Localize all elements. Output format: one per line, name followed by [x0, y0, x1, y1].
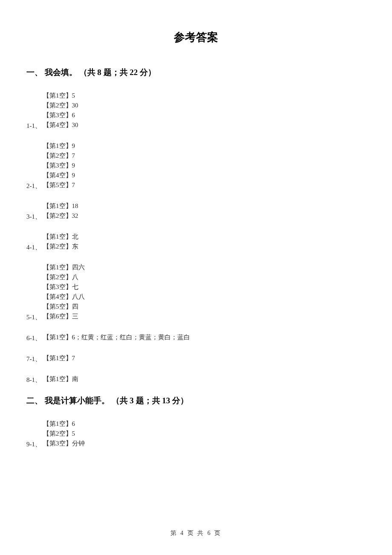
answer-line: 【第3空】分钟: [26, 439, 366, 448]
page-title: 参考答案: [0, 0, 392, 62]
group-label: 3-1、: [26, 213, 41, 221]
group-label: 2-1、: [26, 182, 41, 190]
answer-line: 【第5空】7: [26, 180, 366, 190]
answer-line: 【第1空】四六: [26, 263, 366, 272]
answer-group-5: 【第1空】四六 【第2空】八 【第3空】七 【第4空】八八 【第5空】四 【第6…: [26, 263, 366, 321]
answer-line: 【第5空】四: [26, 302, 366, 312]
answer-line: 【第1空】5: [26, 91, 366, 101]
answer-line: 【第1空】北: [26, 232, 366, 242]
answer-group-9: 【第1空】6 【第2空】5 【第3空】分钟 9-1、: [26, 419, 366, 448]
answer-group-3: 【第1空】18 【第2空】32 3-1、: [26, 201, 366, 221]
answer-line: 【第3空】七: [26, 282, 366, 292]
answer-line: 【第1空】6；红黄；红蓝；红白；黄蓝；黄白；蓝白: [26, 332, 366, 342]
answer-group-7: 【第1空】7 7-1、: [26, 353, 366, 363]
group-label: 7-1、: [26, 355, 41, 363]
page-footer: 第 4 页 共 6 页: [0, 529, 392, 537]
answer-line: 【第4空】9: [26, 171, 366, 180]
answer-line: 【第3空】9: [26, 161, 366, 171]
answer-line: 【第3空】6: [26, 110, 366, 120]
section-2-header: 二、 我是计算小能手。 （共 3 题；共 13 分）: [26, 395, 366, 406]
answer-line: 【第1空】9: [26, 141, 366, 151]
answer-line: 【第4空】八八: [26, 292, 366, 302]
answer-line: 【第1空】南: [26, 374, 366, 384]
answer-line: 【第1空】6: [26, 419, 366, 429]
answer-line: 【第1空】18: [26, 201, 366, 211]
group-label: 6-1、: [26, 334, 41, 342]
answer-line: 【第2空】7: [26, 151, 366, 161]
answer-line: 【第2空】32: [26, 211, 366, 221]
answer-group-8: 【第1空】南 8-1、: [26, 374, 366, 384]
answer-line: 【第6空】三: [26, 312, 366, 321]
group-label: 4-1、: [26, 243, 41, 251]
answer-line: 【第2空】八: [26, 272, 366, 282]
answer-line: 【第2空】30: [26, 101, 366, 110]
group-label: 5-1、: [26, 313, 41, 321]
answer-group-6: 【第1空】6；红黄；红蓝；红白；黄蓝；黄白；蓝白 6-1、: [26, 332, 366, 342]
answer-group-2: 【第1空】9 【第2空】7 【第3空】9 【第4空】9 【第5空】7 2-1、: [26, 141, 366, 190]
content-area: 一、 我会填。 （共 8 题；共 22 分） 【第1空】5 【第2空】30 【第…: [0, 67, 392, 448]
answer-line: 【第2空】5: [26, 429, 366, 439]
answer-group-1: 【第1空】5 【第2空】30 【第3空】6 【第4空】30 1-1、: [26, 91, 366, 130]
answer-line: 【第2空】东: [26, 242, 366, 251]
group-label: 8-1、: [26, 376, 41, 384]
answer-group-4: 【第1空】北 【第2空】东 4-1、: [26, 232, 366, 251]
group-label: 9-1、: [26, 440, 41, 448]
group-label: 1-1、: [26, 122, 41, 130]
answer-line: 【第4空】30: [26, 120, 366, 130]
answer-line: 【第1空】7: [26, 353, 366, 363]
section-1-header: 一、 我会填。 （共 8 题；共 22 分）: [26, 67, 366, 78]
